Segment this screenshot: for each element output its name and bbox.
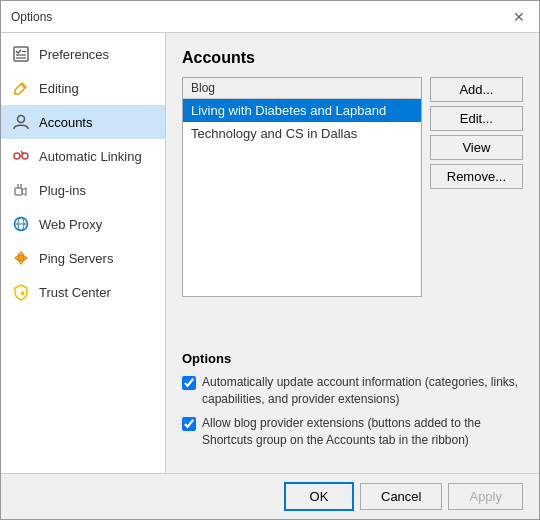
apply-button[interactable]: Apply bbox=[448, 483, 523, 510]
accounts-icon bbox=[11, 112, 31, 132]
sidebar-item-web-proxy[interactable]: Web Proxy bbox=[1, 207, 165, 241]
accounts-list: Blog Living with Diabetes and Lapband Te… bbox=[182, 77, 422, 297]
svg-point-5 bbox=[18, 116, 25, 123]
sidebar-item-editing[interactable]: Editing bbox=[1, 71, 165, 105]
sidebar-item-preferences[interactable]: Preferences bbox=[1, 37, 165, 71]
edit-button[interactable]: Edit... bbox=[430, 106, 523, 131]
sidebar-item-trust-center[interactable]: ★ Trust Center bbox=[1, 275, 165, 309]
sidebar-item-label-automatic-linking: Automatic Linking bbox=[39, 149, 142, 164]
autolink-icon bbox=[11, 146, 31, 166]
content-area: Preferences Editing Ac bbox=[1, 33, 539, 473]
svg-rect-0 bbox=[14, 47, 28, 61]
options-section-title: Options bbox=[182, 351, 523, 366]
sidebar-item-label-trust-center: Trust Center bbox=[39, 285, 111, 300]
dialog-footer: OK Cancel Apply bbox=[1, 473, 539, 519]
sidebar-item-automatic-linking[interactable]: Automatic Linking bbox=[1, 139, 165, 173]
window-title: Options bbox=[11, 10, 52, 24]
trustcenter-icon: ★ bbox=[11, 282, 31, 302]
sidebar-item-accounts[interactable]: Accounts bbox=[1, 105, 165, 139]
add-button[interactable]: Add... bbox=[430, 77, 523, 102]
sidebar-item-label-editing: Editing bbox=[39, 81, 79, 96]
list-group-header: Blog bbox=[183, 78, 421, 99]
remove-button[interactable]: Remove... bbox=[430, 164, 523, 189]
pingservers-icon bbox=[11, 248, 31, 268]
sidebar-item-label-accounts: Accounts bbox=[39, 115, 92, 130]
sidebar-item-label-ping-servers: Ping Servers bbox=[39, 251, 113, 266]
checkbox-row-1: Automatically update account information… bbox=[182, 374, 523, 408]
webproxy-icon bbox=[11, 214, 31, 234]
panel-title: Accounts bbox=[182, 49, 523, 67]
svg-point-6 bbox=[14, 153, 20, 159]
plugins-icon bbox=[11, 180, 31, 200]
edit-icon bbox=[11, 78, 31, 98]
sidebar-item-label-preferences: Preferences bbox=[39, 47, 109, 62]
sidebar-item-label-web-proxy: Web Proxy bbox=[39, 217, 102, 232]
sidebar-item-plug-ins[interactable]: Plug-ins bbox=[1, 173, 165, 207]
list-item[interactable]: Technology and CS in Dallas bbox=[183, 122, 421, 145]
title-bar: Options ✕ bbox=[1, 1, 539, 33]
allow-extensions-label: Allow blog provider extensions (buttons … bbox=[202, 415, 523, 449]
close-button[interactable]: ✕ bbox=[509, 7, 529, 27]
list-item[interactable]: Living with Diabetes and Lapband bbox=[183, 99, 421, 122]
prefs-icon bbox=[11, 44, 31, 64]
sidebar-item-ping-servers[interactable]: Ping Servers bbox=[1, 241, 165, 275]
options-section: Options Automatically update account inf… bbox=[182, 351, 523, 457]
cancel-button[interactable]: Cancel bbox=[360, 483, 442, 510]
auto-update-label: Automatically update account information… bbox=[202, 374, 523, 408]
ok-button[interactable]: OK bbox=[284, 482, 354, 511]
svg-text:★: ★ bbox=[19, 289, 26, 298]
view-button[interactable]: View bbox=[430, 135, 523, 160]
accounts-buttons: Add... Edit... View Remove... bbox=[430, 77, 523, 339]
sidebar-item-label-plug-ins: Plug-ins bbox=[39, 183, 86, 198]
svg-rect-9 bbox=[15, 188, 22, 195]
allow-extensions-checkbox[interactable] bbox=[182, 417, 196, 431]
sidebar: Preferences Editing Ac bbox=[1, 33, 166, 473]
auto-update-checkbox[interactable] bbox=[182, 376, 196, 390]
checkbox-row-2: Allow blog provider extensions (buttons … bbox=[182, 415, 523, 449]
main-panel: Accounts Blog Living with Diabetes and L… bbox=[166, 33, 539, 473]
options-window: Options ✕ Preferences bbox=[0, 0, 540, 520]
accounts-section: Blog Living with Diabetes and Lapband Te… bbox=[182, 77, 523, 339]
